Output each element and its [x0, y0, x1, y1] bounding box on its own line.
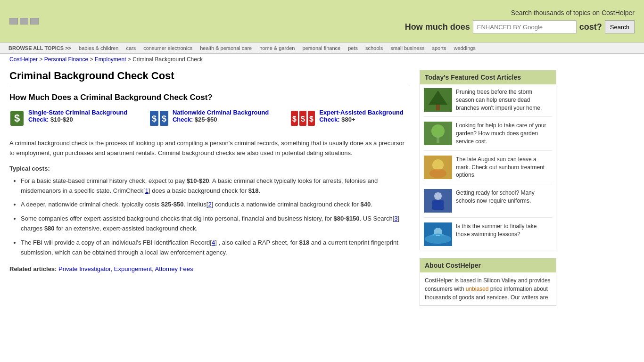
page-title: Criminal Background Check Cost [9, 70, 410, 82]
nav-item-small-business[interactable]: small business [387, 43, 428, 53]
sidebar-article-text-garden: Looking for help to take care of your ga… [456, 122, 552, 145]
sidebar-thumb-school [424, 189, 452, 213]
cost-box-nationwide: $ $ Nationwide Criminal Background Check… [149, 109, 281, 128]
ref-link-3[interactable]: 3 [394, 215, 397, 222]
search-row: How much does cost? Search [405, 20, 635, 33]
sidebar-article-text-swim: Is this the summer to finally take those… [456, 222, 552, 246]
breadcrumb-employment[interactable]: Employment [95, 56, 126, 63]
svg-point-20 [429, 169, 446, 178]
typical-costs-title: Typical costs: [9, 165, 410, 172]
sidebar-article-sunburn: The late August sun can leave a mark. Ch… [424, 156, 552, 184]
svg-point-22 [434, 192, 442, 200]
ref-link-2[interactable]: 2 [208, 201, 211, 208]
sidebar-article-text-sunburn: The late August sun can leave a mark. Ch… [456, 156, 552, 179]
triple-dollar-icon: $ $ $ [290, 109, 315, 128]
sidebar-thumb-garden [424, 122, 452, 145]
nav-item-sports[interactable]: sports [428, 43, 450, 53]
header-right: Search thousands of topics on CostHelper… [405, 9, 635, 33]
related-link-private-investigator[interactable]: Private Investigator [58, 265, 111, 272]
search-suffix-label: cost? [579, 22, 602, 32]
nav-item-weddings[interactable]: weddings [450, 43, 479, 53]
cost-price-single: $10-$20 [50, 116, 73, 123]
cost-link-single[interactable]: Single-State Criminal Background Check: [28, 109, 127, 123]
sidebar: Today's Featured Cost Articles Pruning t… [420, 65, 556, 313]
nav-item-schools[interactable]: schools [362, 43, 387, 53]
search-input[interactable] [473, 20, 577, 33]
breadcrumb-personal-finance[interactable]: Personal Finance [44, 56, 88, 63]
ref-link-4[interactable]: 4 [212, 239, 215, 246]
sidebar-article-garden: Looking for help to take care of your ga… [424, 122, 552, 150]
breadcrumb-sep3: > [128, 56, 132, 63]
related-link-expungement[interactable]: Expungement [114, 265, 152, 272]
about-text: CostHelper is based in Silicon Valley an… [420, 272, 556, 305]
nav-item-health[interactable]: health & personal care [196, 43, 256, 53]
about-title: About CostHelper [420, 258, 556, 272]
sidebar-article-school: Getting ready for school? Many schools n… [424, 189, 552, 218]
sidebar-thumb-tree [424, 88, 452, 112]
cost-box-expert: $ $ $ Expert-Assisted Background Check: … [290, 109, 410, 128]
sidebar-article-text-school: Getting ready for school? Many schools n… [456, 189, 552, 213]
browse-all-label: BROWSE ALL TOPICS >> [5, 43, 75, 53]
nav-item-cars[interactable]: cars [122, 43, 140, 53]
logo-image-2 [20, 18, 28, 25]
cost-text-nationwide: Nationwide Criminal Background Check: $2… [173, 109, 281, 123]
sidebar-article-text-tree: Pruning trees before the storm season ca… [456, 88, 552, 112]
nav-item-consumer-electronics[interactable]: consumer electronics [140, 43, 196, 53]
svg-text:$: $ [162, 114, 166, 123]
nav-item-babies[interactable]: babies & children [75, 43, 122, 53]
header: Search thousands of topics on CostHelper… [0, 0, 644, 42]
cost-box-single: $ Single-State Criminal Background Check… [9, 109, 140, 131]
logo-image-1 [9, 18, 18, 25]
svg-text:$: $ [309, 115, 314, 123]
nav-bar: BROWSE ALL TOPICS >> babies & children c… [0, 42, 644, 54]
svg-rect-17 [437, 136, 439, 143]
cost-boxes: $ Single-State Criminal Background Check… [9, 109, 410, 131]
header-tagline: Search thousands of topics on CostHelper [405, 9, 635, 16]
related-link-attorney-fees[interactable]: Attorney Fees [155, 265, 193, 272]
svg-text:$: $ [292, 115, 297, 123]
sidebar-article-swim: Is this the summer to finally take those… [424, 222, 552, 246]
svg-text:$: $ [14, 112, 20, 124]
list-item: For a basic state-based criminal history… [21, 176, 410, 196]
ref-link-1[interactable]: 1 [145, 187, 149, 194]
list-item: The FBI will provide a copy of an indivi… [21, 238, 410, 258]
cost-text-single: Single-State Criminal Background Check: … [28, 109, 140, 123]
svg-rect-14 [436, 105, 440, 110]
breadcrumb-sep1: > [39, 56, 44, 63]
section-title: How Much Does a Criminal Background Chec… [9, 93, 410, 102]
featured-articles-box: Today's Featured Cost Articles Pruning t… [420, 70, 556, 250]
cost-text-expert: Expert-Assisted Background Check: $80+ [319, 109, 410, 123]
featured-articles-title: Today's Featured Cost Articles [420, 70, 556, 84]
single-dollar-icon: $ [9, 109, 25, 131]
cost-link-expert[interactable]: Expert-Assisted Background Check: [319, 109, 403, 123]
double-dollar-icon: $ $ [149, 109, 169, 128]
list-item: A deeper, nationwide criminal check, typ… [21, 199, 410, 209]
sidebar-thumb-swim [424, 222, 452, 246]
sidebar-thumb-sunburn [424, 156, 452, 179]
body-text: A criminal background check is the proce… [9, 139, 410, 158]
search-button[interactable]: Search [605, 20, 635, 33]
breadcrumb-costhelper[interactable]: CostHelper [9, 56, 38, 63]
breadcrumb-current: Criminal Background Check [132, 56, 203, 63]
cost-price-expert: $80+ [341, 116, 355, 123]
main-wrapper: Criminal Background Check Cost How Much … [0, 65, 566, 313]
page-divider [9, 86, 410, 86]
related-articles: Related articles: Private Investigator, … [9, 265, 410, 272]
svg-text:$: $ [301, 115, 305, 123]
about-unbiased-link[interactable]: unbiased [466, 286, 489, 292]
content-area: Criminal Background Check Cost How Much … [9, 65, 410, 313]
site-logo [9, 18, 39, 25]
sidebar-articles-list: Pruning trees before the storm season ca… [420, 84, 556, 250]
related-articles-label: Related articles: [9, 265, 57, 272]
logo-image-3 [30, 18, 39, 25]
nav-item-personal-finance[interactable]: personal finance [298, 43, 344, 53]
breadcrumb: CostHelper > Personal Finance > Employme… [0, 54, 644, 65]
nav-item-home-garden[interactable]: home & garden [256, 43, 298, 53]
sidebar-article-tree: Pruning trees before the storm season ca… [424, 88, 552, 117]
cost-link-nationwide[interactable]: Nationwide Criminal Background Check: [173, 109, 269, 123]
breadcrumb-sep2: > [90, 56, 94, 63]
nav-item-pets[interactable]: pets [344, 43, 362, 53]
cost-price-nationwide: $25-$50 [195, 116, 217, 123]
svg-point-16 [431, 124, 445, 138]
nav-list: BROWSE ALL TOPICS >> babies & children c… [0, 43, 644, 53]
